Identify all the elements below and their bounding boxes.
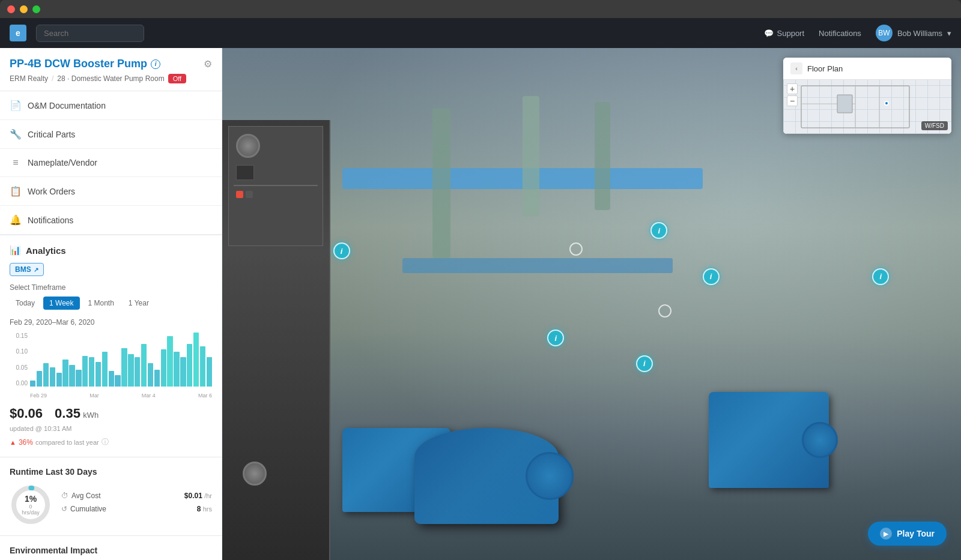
timeframe-label: Select Timeframe [10,283,212,292]
pump-fan-main [526,452,574,500]
sidebar-item-nameplate-label: Nameplate/Vendor [28,158,97,167]
asset-info-icon[interactable]: i [151,59,160,69]
sidebar-item-critical-parts-label: Critical Parts [28,130,75,139]
cost-value: $0.06 [10,406,43,421]
maximize-btn[interactable] [32,5,40,13]
chart-bar [121,348,127,387]
stats-row: $0.06 0.35 kWh [10,406,212,421]
sidebar-item-notifications[interactable]: 🔔 Notifications [0,206,222,235]
pump-motor-main [414,428,559,524]
chart-bar [89,357,94,387]
bms-label: BMS [15,265,31,274]
hotspot-6[interactable]: i [872,268,889,285]
tab-today[interactable]: Today [10,297,41,310]
list-icon: ≡ [10,157,22,168]
chart-bar [82,356,88,387]
floor-plan-map[interactable]: + − W/FSD [783,80,951,134]
search-input[interactable] [36,25,144,42]
donut-chart: 1% 0 hrs/day [10,484,52,526]
svg-rect-11 [837,95,852,113]
bms-badge[interactable]: BMS ↗ [10,263,44,276]
updated-text: updated @ 10:31 AM [10,425,212,432]
document-icon: 📄 [10,100,22,111]
sidebar-item-om[interactable]: 📄 O&M Documentation [0,91,222,120]
chart-bar [200,346,205,387]
avg-cost-row: ⏱ Avg Cost $0.01 /hr [61,492,212,500]
window-chrome [0,0,961,18]
avg-cost-label: Avg Cost [71,492,100,500]
hotspot-4[interactable]: i [703,268,720,285]
chevron-down-icon: ▾ [947,29,951,38]
chart-y-labels: 0.15 0.10 0.05 0.00 [10,333,28,387]
chart-bar [207,357,212,387]
display-1 [236,165,254,180]
chart-bars [30,333,212,387]
runtime-section: Runtime Last 30 Days 1% 0 hrs/day [0,457,222,535]
play-tour-label: Play Tour [897,529,935,538]
chart-bar [37,371,42,387]
runtime-content: 1% 0 hrs/day ⏱ Avg Cost $0.01 /hr [10,484,212,526]
hotspot-3[interactable]: i [650,222,667,239]
fp-collapse-btn[interactable]: ‹ [790,62,802,74]
controls-row [234,188,318,200]
chart-bar [109,371,114,387]
divider [234,185,318,186]
chart-bar [115,375,120,387]
top-nav: e 💬 Support Notifications BW Bob William… [0,18,961,48]
cumulative-value: 8 [197,505,201,513]
asset-header: PP-4B DCW Booster Pump i ⚙ ERM Realty / … [0,48,222,91]
hotspot-ring-6 [871,267,890,286]
floor-plan-header: ‹ Floor Plan [783,58,951,80]
notifications-link[interactable]: Notifications [819,29,861,38]
empty-hotspot-2[interactable] [658,304,671,318]
chart-container: 0.15 0.10 0.05 0.00 Feb 29 Mar Mar 4 Mar… [10,333,212,399]
clipboard-icon: 📋 [10,185,22,197]
tab-1year[interactable]: 1 Year [123,297,155,310]
sidebar-item-critical-parts[interactable]: 🔧 Critical Parts [0,120,222,149]
status-badge: Off [168,74,186,83]
user-name: Bob Williams [897,29,942,38]
sidebar-item-notifications-label: Notifications [28,215,73,225]
chart-bar [50,367,55,387]
hotspot-2[interactable]: i [547,330,564,346]
sidebar-item-work-orders[interactable]: 📋 Work Orders [0,177,222,206]
cumulative-label: Cumulative [70,505,106,513]
main-layout: PP-4B DCW Booster Pump i ⚙ ERM Realty / … [0,48,961,560]
tab-1month[interactable]: 1 Month [82,297,120,310]
close-btn[interactable] [7,5,15,13]
chart-bar [62,360,68,387]
external-link-icon: ↗ [34,266,38,273]
support-link[interactable]: 💬 Support [764,29,805,38]
support-icon: 💬 [764,29,774,38]
cost-stat: $0.06 [10,406,43,421]
chart-bar [180,357,186,387]
control-panel [228,126,323,246]
fp-svg [783,80,951,134]
app-logo[interactable]: e [10,25,26,41]
chart-bar [56,373,62,387]
hotspot-1[interactable]: i [333,242,350,259]
play-tour-button[interactable]: ▶ Play Tour [868,522,947,546]
asset-meta: ERM Realty / 28 · Domestic Water Pump Ro… [10,74,212,83]
sidebar-nav: 📄 O&M Documentation 🔧 Critical Parts ≡ N… [0,91,222,235]
sidebar-item-om-label: O&M Documentation [28,101,106,110]
change-arrow: ▲ [10,439,16,446]
tab-1week[interactable]: 1 Week [43,297,79,310]
sidebar-item-nameplate[interactable]: ≡ Nameplate/Vendor [0,149,222,177]
change-info-icon[interactable]: ⓘ [102,437,109,447]
donut-sub: 0 hrs/day [20,504,41,516]
chart-x-labels: Feb 29 Mar Mar 4 Mar 6 [30,393,212,399]
chart-bar [167,336,172,387]
user-menu[interactable]: BW Bob Williams ▾ [876,25,951,41]
hotspot-5[interactable]: i [636,355,653,372]
runtime-period: Last 30 Days [46,467,97,477]
sidebar: PP-4B DCW Booster Pump i ⚙ ERM Realty / … [0,48,222,560]
indicator-red [236,191,243,198]
minimize-btn[interactable] [20,5,28,13]
chart-bar [154,370,160,387]
chart-bar [43,363,49,387]
settings-icon[interactable]: ⚙ [204,58,212,70]
asset-company: ERM Realty [10,74,48,83]
chart-bar [161,349,166,387]
avg-cost-value: $0.01 [184,492,202,500]
